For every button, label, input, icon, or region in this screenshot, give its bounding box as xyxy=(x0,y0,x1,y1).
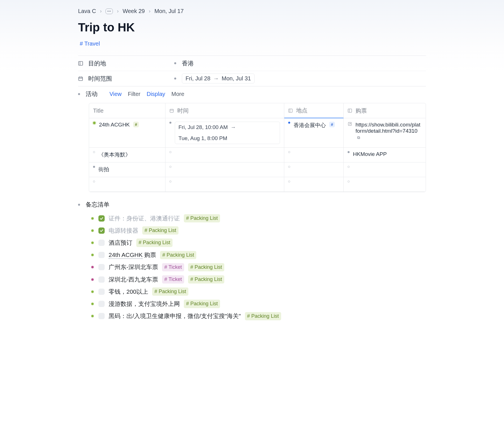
breadcrumb-root[interactable]: Lava C xyxy=(78,8,96,14)
checkbox[interactable] xyxy=(98,215,105,222)
breadcrumb-ellipsis[interactable]: ••• xyxy=(105,8,113,14)
tag-packing[interactable]: # Packing List xyxy=(188,263,224,271)
filter-button[interactable]: Filter xyxy=(128,91,140,97)
tag-packing[interactable]: # Packing List xyxy=(136,239,173,247)
checklist-item-text[interactable]: 零钱，200以上 xyxy=(109,288,148,296)
table-cell-ticket[interactable] xyxy=(344,177,426,192)
table-cell-place[interactable]: 香港会展中心# xyxy=(284,118,344,148)
checklist-item: 零钱，200以上# Packing List xyxy=(91,287,426,296)
table-cell-time[interactable] xyxy=(165,177,284,192)
table-cell-title[interactable]: 24th ACGHK# xyxy=(89,118,165,148)
column-title[interactable]: Title xyxy=(89,103,165,118)
date-range-chip[interactable]: Fri, Jul 28 → Mon, Jul 31 xyxy=(182,74,255,83)
more-button[interactable]: More xyxy=(171,91,184,97)
table-cell-place[interactable] xyxy=(284,162,344,177)
checklist-item-text[interactable]: 24th ACGHK 购票 xyxy=(109,251,156,259)
date-to: Mon, Jul 31 xyxy=(222,75,251,82)
table-cell-ticket[interactable]: HKMovie APP xyxy=(344,148,426,162)
cell-title-text: 《奥本海默》 xyxy=(98,151,131,158)
checkbox[interactable] xyxy=(98,252,105,258)
table-cell-place[interactable] xyxy=(284,148,344,162)
table-cell-title[interactable]: 街拍 xyxy=(89,162,165,177)
display-button[interactable]: Display xyxy=(147,91,165,97)
table-cell-title[interactable]: 《奥本海默》 xyxy=(89,148,165,162)
bullet-icon xyxy=(174,62,176,64)
open-link-icon: ⧉ xyxy=(357,135,360,140)
cell-ticket-text: HKMovie APP xyxy=(353,151,387,157)
calendar-icon xyxy=(78,76,83,81)
empty-dot xyxy=(169,151,171,153)
breadcrumb-week[interactable]: Week 29 xyxy=(122,8,145,14)
time-from: Fri, Jul 28, 10:00 AM xyxy=(178,123,228,132)
hash-icon[interactable]: # xyxy=(133,122,139,127)
checkbox[interactable] xyxy=(98,240,105,246)
checkbox[interactable] xyxy=(98,313,105,319)
checklist-item-text[interactable]: 证件：身份证、港澳通行证 xyxy=(109,214,180,222)
tag-packing[interactable]: # Packing List xyxy=(160,251,196,259)
status-dot-ring xyxy=(93,151,95,153)
checklist-item-text[interactable]: 广州东-深圳北车票 xyxy=(109,263,158,271)
tag-ticket[interactable]: # Ticket xyxy=(162,275,184,284)
status-dot-green xyxy=(91,291,94,293)
tag-packing[interactable]: # Packing List xyxy=(152,287,188,296)
section-checklist-label: 备忘清单 xyxy=(86,201,109,209)
checklist-item: 酒店预订# Packing List xyxy=(91,239,426,247)
hash-icon[interactable]: # xyxy=(329,122,335,127)
table-cell-time[interactable] xyxy=(165,162,284,177)
checklist-item: 漫游数据，支付宝境外上网# Packing List xyxy=(91,300,426,308)
checklist-item: 深圳北-西九龙车票# Ticket# Packing List xyxy=(91,275,426,284)
view-button[interactable]: View xyxy=(109,91,122,97)
chevron-right-icon: › xyxy=(149,8,150,14)
checkbox[interactable] xyxy=(98,301,105,307)
bullet-icon xyxy=(93,166,95,168)
text-field-icon xyxy=(78,61,83,66)
tag-packing[interactable]: # Packing List xyxy=(188,275,224,284)
table-cell-time[interactable]: Fri, Jul 28, 10:00 AM → Tue, Aug 1, 8:00… xyxy=(165,118,284,148)
bullet-icon xyxy=(78,204,80,206)
tag-packing[interactable]: # Packing List xyxy=(245,312,281,320)
tag-ticket[interactable]: # Ticket xyxy=(162,263,184,271)
time-chip[interactable]: Fri, Jul 28, 10:00 AM → Tue, Aug 1, 8:00… xyxy=(175,122,280,144)
status-dot-pink xyxy=(91,266,94,268)
column-time[interactable]: 时间 xyxy=(165,103,284,118)
tag-packing[interactable]: # Packing List xyxy=(184,300,220,308)
ticket-link[interactable]: https://show.bilibili.com/platform/detai… xyxy=(356,122,422,140)
svg-rect-2 xyxy=(79,77,83,80)
section-activities-label: 活动 xyxy=(86,90,98,98)
property-daterange: 时间范围 Fri, Jul 28 → Mon, Jul 31 xyxy=(78,71,426,86)
checkbox[interactable] xyxy=(98,227,105,234)
tag-packing[interactable]: # Packing List xyxy=(184,214,220,222)
bullet-icon xyxy=(169,122,171,124)
table-cell-ticket[interactable]: https://show.bilibili.com/platform/detai… xyxy=(344,118,426,148)
checklist-item-text[interactable]: 漫游数据，支付宝境外上网 xyxy=(109,300,180,308)
svg-rect-6 xyxy=(170,109,173,112)
svg-rect-8 xyxy=(289,109,292,112)
column-place[interactable]: 地点 xyxy=(284,103,344,118)
property-destination-value[interactable]: 香港 xyxy=(182,59,194,67)
checklist-item-text[interactable]: 黑码：出/入境卫生健康申报，微信/支付宝搜"海关" xyxy=(109,312,241,320)
checkbox[interactable] xyxy=(98,276,105,283)
empty-dot xyxy=(348,166,350,168)
table-cell-time[interactable] xyxy=(165,148,284,162)
checkbox[interactable] xyxy=(98,264,105,270)
property-destination: 目的地 香港 xyxy=(78,56,426,71)
cell-title-text: 24th ACGHK xyxy=(99,122,130,128)
column-ticket[interactable]: 购票 xyxy=(344,103,426,118)
breadcrumb-date[interactable]: Mon, Jul 17 xyxy=(154,8,184,14)
external-link-icon xyxy=(348,122,352,126)
cell-place-text: 香港会展中心 xyxy=(294,122,326,129)
checklist-item-text[interactable]: 酒店预订 xyxy=(109,239,132,247)
table-cell-place[interactable] xyxy=(284,177,344,192)
inline-link[interactable]: 24th ACGHK xyxy=(109,252,143,259)
checklist-item-text[interactable]: 电源转接器 xyxy=(109,227,138,235)
tag-packing[interactable]: # Packing List xyxy=(142,226,178,235)
checkbox[interactable] xyxy=(98,289,105,295)
empty-dot xyxy=(288,181,290,182)
section-checklist: 备忘清单 证件：身份证、港澳通行证# Packing List电源转接器# Pa… xyxy=(78,201,426,320)
table-cell-title[interactable] xyxy=(89,177,165,192)
table-cell-ticket[interactable] xyxy=(344,162,426,177)
column-time-label: 时间 xyxy=(177,107,189,115)
tag-travel[interactable]: # Travel xyxy=(80,40,100,47)
checklist-item-text[interactable]: 深圳北-西九龙车票 xyxy=(109,276,158,284)
bullet-icon xyxy=(78,93,80,95)
